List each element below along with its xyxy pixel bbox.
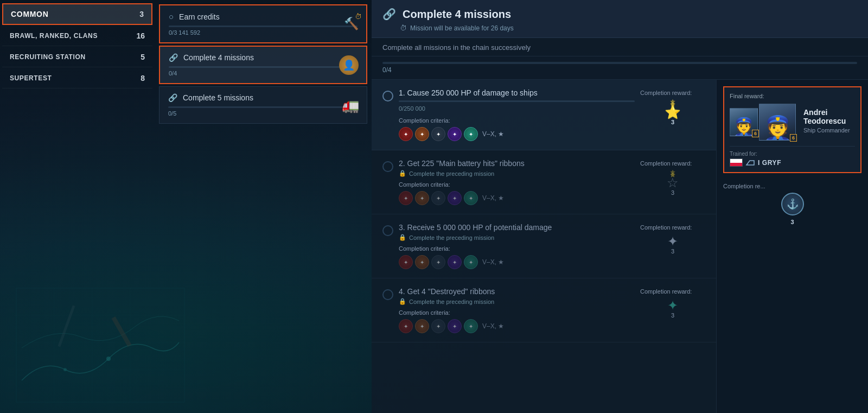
mission-step-1[interactable]: 1. Cause 250 000 HP of damage to ships 0… — [372, 80, 716, 150]
right-panel-title: Complete 4 missions — [403, 8, 511, 21]
final-reward-content: 👮 6 👮 6 Andrei Teodorescu — [730, 104, 855, 141]
step-2-content: 2. Get 225 "Main battery hits" ribbons 🔒… — [399, 159, 635, 205]
svg-marker-11 — [746, 161, 754, 165]
ship-type-icon — [745, 160, 755, 166]
mission-card-complete-4[interactable]: 🔗 Complete 4 missions 👤 0/4 — [159, 46, 367, 84]
criteria-icon-red-1: ✦ — [399, 127, 413, 141]
step-2-lock-text: Complete the preceding mission — [409, 170, 494, 177]
step-1-criteria-label: Completion criteria: — [399, 117, 635, 124]
overall-progress-text: 0/4 — [382, 66, 857, 74]
completion-reward-partial-label: Completion re... — [723, 183, 765, 189]
sidebar-item-brawl[interactable]: BRAWL, RANKED, CLANS 16 — [2, 26, 152, 46]
sidebar-item-recruiting-label: RECRUITING STATION — [10, 53, 86, 61]
mission-card-earn-credits[interactable]: ○ Earn credits 🔨 ⏱ 0/3 141 592 — [159, 4, 367, 43]
step-2-criteria-icons: ✦ ✦ ✦ ✦ ✦ V–X, ★ — [399, 191, 635, 205]
poland-flag — [730, 158, 743, 167]
mission-step-2[interactable]: 2. Get 225 "Main battery hits" ribbons 🔒… — [372, 150, 716, 214]
criteria-icon-orange-4: ✦ — [415, 319, 429, 333]
commander-name: Andrei Teodorescu — [803, 108, 855, 125]
step-1-circle — [382, 91, 393, 101]
criteria-icon-dark-2: ✦ — [431, 191, 445, 205]
step-3-lock: 🔒 Complete the preceding mission — [399, 234, 635, 241]
commander-portrait-small: 👮 6 — [730, 108, 758, 136]
step-2-reward-label: Completion reward: — [640, 160, 692, 167]
commander-portrait-main: 👮 6 — [759, 104, 796, 141]
trained-for-label: Trained for: — [730, 151, 855, 157]
step-1-criteria-icons: ✦ ✦ ✦ ✦ ✦ V–X, ★ — [399, 127, 635, 141]
ship-name: I GRYF — [758, 159, 781, 167]
sidebar-item-brawl-count: 16 — [136, 31, 145, 40]
right-subtext: Complete all missions in the chain succe… — [372, 38, 868, 56]
lock-icon-4: 🔒 — [399, 298, 406, 305]
criteria-icon-teal-2: ✦ — [464, 191, 478, 205]
step-3-reward-icon: ✦ 3 — [667, 234, 678, 255]
final-reward-label: Final reward: — [730, 93, 855, 99]
step-4-reward-icon: ✦ 3 — [667, 298, 678, 319]
sidebar-item-recruiting[interactable]: RECRUITING STATION 5 — [2, 47, 152, 67]
trained-for-ship: I GRYF — [730, 158, 855, 167]
final-reward-box: Final reward: 👮 6 👮 — [723, 86, 861, 173]
clock-icon: ⏱ — [355, 12, 362, 21]
missions-steps-list: 1. Cause 250 000 HP of damage to ships 0… — [372, 80, 716, 413]
criteria-icon-purple-2: ✦ — [448, 191, 462, 205]
portrait-level-main: 6 — [790, 134, 797, 142]
step-4-circle — [382, 289, 393, 300]
step-2-criteria-text: V–X, ★ — [482, 194, 504, 202]
step-4-criteria-icons: ✦ ✦ ✦ ✦ ✦ V–X, ★ — [399, 319, 635, 333]
step-4-criteria-text: V–X, ★ — [482, 322, 504, 330]
step-4-title: 4. Get 4 "Destroyed" ribbons — [399, 287, 635, 296]
criteria-icon-dark-3: ✦ — [431, 255, 445, 269]
criteria-icon-dark-4: ✦ — [431, 319, 445, 333]
overall-progress-section: 0/4 — [372, 56, 868, 80]
step-4-reward-label: Completion reward: — [640, 288, 692, 295]
sidebar-item-supertest-count: 8 — [141, 74, 145, 82]
middle-panel: ○ Earn credits 🔨 ⏱ 0/3 141 592 🔗 Complet… — [155, 0, 372, 413]
criteria-icon-teal-4: ✦ — [464, 319, 478, 333]
complete-4-progress: 0/4 — [169, 70, 358, 77]
anchor-reward-count: 3 — [790, 219, 794, 225]
anchor-reward-icon: ⚓ — [781, 193, 804, 215]
step-1-criteria-text: V–X, ★ — [482, 130, 504, 138]
step-2-title: 2. Get 225 "Main battery hits" ribbons — [399, 159, 635, 168]
earn-credits-title: Earn credits — [179, 12, 220, 21]
sidebar-item-supertest-label: SUPERTEST — [10, 74, 52, 82]
complete-5-title: Complete 5 missions — [183, 93, 253, 102]
sidebar-item-supertest[interactable]: SUPERTEST 8 — [2, 68, 152, 88]
step-1-reward-col: Completion reward: ⭐ ⭐ ⭐ 3 — [640, 88, 705, 125]
sidebar-item-recruiting-count: 5 — [141, 53, 145, 61]
main-layout: COMMON 3 BRAWL, RANKED, CLANS 16 RECRUIT… — [0, 0, 868, 413]
lock-icon-3: 🔒 — [399, 234, 406, 241]
trained-for-section: Trained for: I GRYF — [730, 146, 855, 167]
step-1-progress: 0/250 000 — [399, 105, 635, 112]
commander-details: Andrei Teodorescu Ship Commander — [800, 108, 855, 137]
right-content: 1. Cause 250 000 HP of damage to ships 0… — [372, 80, 868, 413]
step-3-criteria-label: Completion criteria: — [399, 245, 635, 252]
sidebar-item-brawl-label: BRAWL, RANKED, CLANS — [10, 32, 98, 40]
criteria-icon-purple-4: ✦ — [448, 319, 462, 333]
step-1-reward-label: Completion reward: — [640, 90, 692, 96]
step-2-criteria-label: Completion criteria: — [399, 181, 635, 188]
step-3-circle — [382, 225, 393, 236]
portrait-level-small: 6 — [752, 130, 759, 137]
step-2-reward-col: Completion reward: ⭐ ⭐ ☆ 3 — [640, 159, 705, 196]
step-3-content: 3. Receive 5 000 000 HP of potential dam… — [399, 223, 635, 269]
criteria-icon-orange-3: ✦ — [415, 255, 429, 269]
complete-5-progress: 0/5 — [168, 110, 358, 117]
mission-step-3[interactable]: 3. Receive 5 000 000 HP of potential dam… — [372, 214, 716, 278]
commander-reward-icon: 👤 — [339, 55, 359, 75]
mission-card-complete-5[interactable]: 🔗 Complete 5 missions 🚛 0/5 — [159, 86, 367, 124]
sidebar: COMMON 3 BRAWL, RANKED, CLANS 16 RECRUIT… — [0, 0, 155, 413]
mission-step-4[interactable]: 4. Get 4 "Destroyed" ribbons 🔒 Complete … — [372, 278, 716, 342]
sidebar-item-common[interactable]: COMMON 3 — [2, 3, 152, 25]
step-3-criteria-icons: ✦ ✦ ✦ ✦ ✦ V–X, ★ — [399, 255, 635, 269]
availability-clock-icon: ⏱ — [400, 24, 407, 32]
completion-reward-anchor-section: Completion re... ⚓ 3 — [723, 179, 861, 230]
criteria-icon-red-4: ✦ — [399, 319, 413, 333]
complete-4-chain-icon: 🔗 — [169, 53, 178, 62]
step-1-content: 1. Cause 250 000 HP of damage to ships 0… — [399, 88, 635, 141]
availability-text: Mission will be available for 26 days — [410, 24, 514, 32]
step-3-reward-label: Completion reward: — [640, 224, 692, 231]
criteria-icon-teal-1: ✦ — [464, 127, 478, 141]
criteria-icon-red-3: ✦ — [399, 255, 413, 269]
step-2-lock: 🔒 Complete the preceding mission — [399, 170, 635, 177]
